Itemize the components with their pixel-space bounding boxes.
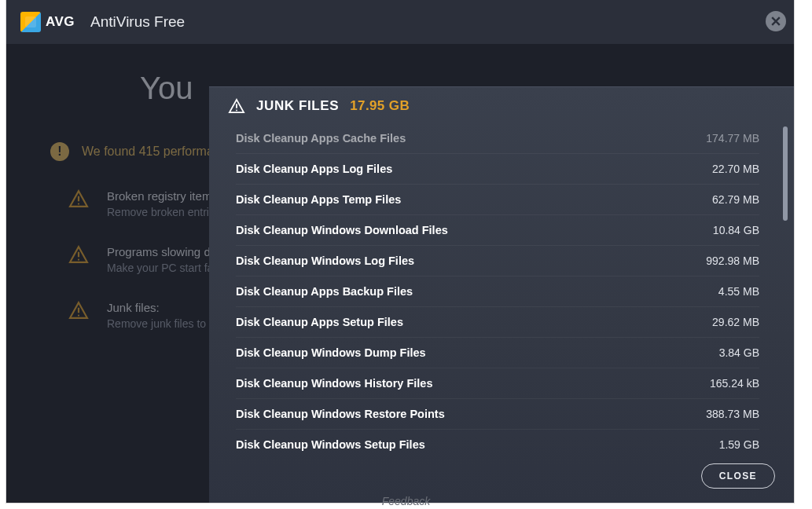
junk-file-name: Disk Cleanup Windows Log Files — [236, 255, 414, 267]
junk-file-name: Disk Cleanup Windows Download Files — [236, 224, 448, 236]
modal-header: JUNK FILES 17.95 GB — [209, 87, 794, 123]
panel-subtitle: Remove junk files to — [107, 317, 206, 330]
junk-file-name: Disk Cleanup Windows History Files — [236, 377, 432, 390]
junk-file-size: 1.59 GB — [719, 438, 759, 451]
app-name: AntiVirus Free — [90, 13, 185, 31]
junk-file-name: Disk Cleanup Apps Cache Files — [236, 132, 406, 145]
junk-file-size: 4.55 MB — [718, 285, 759, 298]
junk-file-size: 992.98 MB — [706, 255, 759, 267]
junk-files-list: Disk Cleanup Apps Cache Files174.77 MBDi… — [209, 123, 780, 452]
warning-triangle-icon — [68, 245, 90, 264]
junk-file-name: Disk Cleanup Apps Log Files — [236, 163, 392, 175]
junk-file-size: 29.62 MB — [712, 316, 759, 328]
modal-list-container: Disk Cleanup Apps Cache Files174.77 MBDi… — [209, 123, 789, 452]
panel-title: Junk files: — [107, 301, 206, 314]
junk-file-name: Disk Cleanup Apps Temp Files — [236, 193, 401, 206]
alert-icon: ! — [50, 142, 69, 161]
junk-file-name: Disk Cleanup Apps Setup Files — [236, 316, 403, 328]
svg-point-3 — [78, 258, 79, 260]
brand-logo: AVG — [20, 12, 75, 32]
scrollbar[interactable] — [783, 123, 788, 452]
junk-file-row[interactable]: Disk Cleanup Windows Dump Files3.84 GB — [236, 338, 759, 368]
junk-file-row[interactable]: Disk Cleanup Windows Restore Points388.7… — [236, 399, 759, 430]
panel-subtitle: Make your PC start fa — [107, 262, 217, 274]
junk-files-modal: JUNK FILES 17.95 GB Disk Cleanup Apps Ca… — [209, 86, 794, 503]
warning-triangle-icon — [68, 189, 90, 208]
junk-file-row[interactable]: Disk Cleanup Apps Setup Files29.62 MB — [236, 307, 759, 338]
junk-file-row[interactable]: Disk Cleanup Windows Log Files992.98 MB — [236, 246, 759, 276]
junk-file-size: 165.24 kB — [710, 377, 759, 390]
junk-file-size: 3.84 GB — [719, 346, 759, 359]
panel-title: Broken registry items — [107, 189, 218, 203]
junk-file-row[interactable]: Disk Cleanup Apps Backup Files4.55 MB — [236, 276, 759, 307]
junk-file-name: Disk Cleanup Windows Restore Points — [236, 408, 445, 420]
junk-total-size: 17.95 GB — [350, 98, 410, 114]
modal-title: JUNK FILES — [256, 98, 339, 114]
backdrop: You ! We found 415 performa Broken regis… — [6, 44, 794, 503]
close-icon — [771, 16, 781, 26]
junk-file-size: 22.70 MB — [712, 163, 759, 175]
junk-file-row[interactable]: Disk Cleanup Apps Temp Files62.79 MB — [236, 185, 759, 215]
window-close-button[interactable] — [766, 11, 786, 31]
brand-short: AVG — [46, 14, 75, 30]
panel-subtitle: Remove broken entrie — [107, 206, 218, 218]
junk-file-name: Disk Cleanup Apps Backup Files — [236, 285, 413, 298]
junk-file-row[interactable]: Disk Cleanup Windows History Files165.24… — [236, 368, 759, 399]
app-window: AVG AntiVirus Free You ! We found 415 pe… — [6, 0, 794, 503]
feedback-link[interactable]: Feedback — [0, 495, 812, 507]
svg-point-5 — [78, 314, 79, 316]
warning-triangle-icon — [228, 98, 245, 114]
junk-file-row[interactable]: Disk Cleanup Windows Download Files10.84… — [236, 215, 759, 246]
avg-logo-icon — [20, 12, 41, 32]
titlebar: AVG AntiVirus Free — [6, 0, 794, 44]
junk-file-size: 62.79 MB — [712, 193, 759, 206]
junk-file-size: 388.73 MB — [706, 408, 759, 420]
junk-file-row[interactable]: Disk Cleanup Windows Setup Files1.59 GB — [236, 430, 759, 452]
warning-triangle-icon — [68, 301, 90, 320]
junk-file-row[interactable]: Disk Cleanup Apps Log Files22.70 MB — [236, 154, 759, 185]
junk-file-name: Disk Cleanup Windows Setup Files — [236, 438, 425, 451]
close-button[interactable]: CLOSE — [701, 463, 775, 489]
alert-text: We found 415 performa — [82, 145, 214, 159]
svg-point-7 — [236, 110, 237, 112]
junk-file-row[interactable]: Disk Cleanup Apps Cache Files174.77 MB — [236, 123, 759, 154]
junk-file-name: Disk Cleanup Windows Dump Files — [236, 346, 426, 359]
panel-title: Programs slowing do — [107, 245, 217, 258]
scrollbar-thumb[interactable] — [783, 126, 788, 221]
junk-file-size: 174.77 MB — [706, 132, 759, 145]
svg-point-1 — [78, 203, 79, 204]
junk-file-size: 10.84 GB — [713, 224, 759, 236]
